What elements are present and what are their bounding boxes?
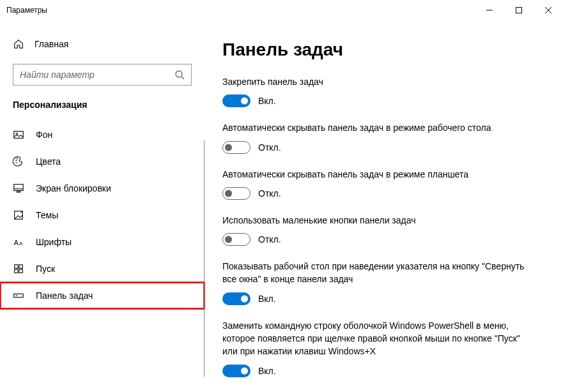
setting-powershell: Заменить командную строку оболочкой Wind…: [222, 319, 537, 377]
page-title: Панель задач: [222, 40, 537, 60]
palette-icon: [13, 156, 24, 167]
fonts-icon: AA: [13, 236, 24, 248]
toggle-state: Вкл.: [258, 96, 276, 106]
picture-icon: [13, 129, 24, 140]
home-link[interactable]: Главная: [0, 33, 204, 55]
window-controls: [475, 0, 563, 20]
main-panel: Панель задач Закрепить панель задач Вкл.…: [204, 20, 563, 392]
sidebar-item-taskbar[interactable]: Панель задач: [0, 282, 204, 309]
toggle-state: Откл.: [258, 234, 281, 245]
setting-label: Автоматически скрывать панель задач в ре…: [222, 121, 537, 134]
sidebar-item-label: Экран блокировки: [36, 183, 111, 193]
svg-line-5: [181, 77, 184, 79]
sidebar-item-label: Пуск: [36, 264, 55, 274]
search-box[interactable]: [13, 64, 192, 86]
sidebar-item-background[interactable]: Фон: [0, 121, 204, 148]
setting-label: Показывать рабочий стол при наведении ук…: [222, 260, 537, 286]
setting-lock-taskbar: Закрепить панель задач Вкл.: [222, 75, 537, 107]
toggle-autohide-tablet[interactable]: [222, 187, 251, 200]
toggle-lock-taskbar[interactable]: [222, 94, 251, 107]
sidebar-item-start[interactable]: Пуск: [0, 255, 204, 282]
svg-rect-1: [516, 8, 522, 13]
svg-rect-11: [14, 185, 23, 191]
themes-icon: [13, 209, 24, 221]
svg-point-8: [16, 160, 17, 161]
maximize-icon: [516, 7, 522, 13]
setting-label: Автоматически скрывать панель задач в ре…: [222, 168, 537, 181]
taskbar-icon: [13, 290, 24, 301]
close-button[interactable]: [534, 0, 563, 20]
toggle-autohide-desktop[interactable]: [222, 141, 251, 154]
toggle-powershell[interactable]: [222, 365, 251, 377]
svg-point-4: [176, 71, 182, 77]
lockscreen-icon: [13, 183, 24, 194]
sidebar-item-label: Шрифты: [36, 237, 72, 247]
sidebar-item-label: Фон: [36, 130, 52, 140]
svg-rect-20: [19, 269, 22, 273]
titlebar: Параметры: [0, 0, 563, 20]
sidebar-divider: [204, 140, 204, 377]
sidebar-item-label: Цвета: [36, 156, 61, 167]
section-title: Персонализация: [0, 100, 204, 121]
setting-label: Использовать маленькие кнопки панели зад…: [222, 214, 537, 227]
maximize-button[interactable]: [504, 0, 534, 20]
sidebar-item-fonts[interactable]: AA Шрифты: [0, 229, 204, 255]
svg-point-7: [16, 133, 18, 135]
sidebar-item-label: Панель задач: [36, 290, 93, 301]
setting-label: Закрепить панель задач: [222, 75, 537, 88]
svg-point-9: [17, 158, 18, 160]
minimize-button[interactable]: [475, 0, 504, 20]
home-icon: [13, 38, 24, 50]
svg-rect-13: [17, 192, 20, 193]
svg-text:A: A: [19, 241, 23, 246]
search-input[interactable]: [20, 70, 174, 80]
toggle-state: Вкл.: [258, 366, 276, 376]
toggle-small-buttons[interactable]: [222, 233, 251, 246]
minimize-icon: [486, 7, 493, 13]
svg-rect-18: [19, 265, 22, 268]
toggle-state: Вкл.: [258, 294, 276, 304]
sidebar-item-themes[interactable]: Темы: [0, 202, 204, 229]
toggle-peek-desktop[interactable]: [222, 292, 251, 305]
svg-rect-6: [14, 132, 23, 139]
home-label: Главная: [35, 39, 68, 49]
search-icon: [174, 70, 185, 80]
setting-peek-desktop: Показывать рабочий стол при наведении ук…: [222, 260, 537, 305]
svg-rect-17: [15, 265, 18, 268]
close-icon: [545, 7, 551, 13]
svg-rect-21: [14, 294, 23, 297]
toggle-state: Откл.: [258, 188, 281, 199]
sidebar-item-lockscreen[interactable]: Экран блокировки: [0, 175, 204, 202]
setting-autohide-desktop: Автоматически скрывать панель задач в ре…: [222, 121, 537, 153]
setting-label: Заменить командную строку оболочкой Wind…: [222, 319, 537, 358]
svg-rect-19: [15, 269, 18, 273]
svg-text:A: A: [14, 239, 19, 246]
toggle-state: Откл.: [258, 142, 281, 153]
setting-autohide-tablet: Автоматически скрывать панель задач в ре…: [222, 168, 537, 200]
sidebar-item-colors[interactable]: Цвета: [0, 148, 204, 175]
start-icon: [13, 263, 24, 275]
sidebar-item-label: Темы: [36, 210, 58, 220]
setting-small-buttons: Использовать маленькие кнопки панели зад…: [222, 214, 537, 246]
svg-point-10: [16, 162, 17, 163]
window-title: Параметры: [6, 6, 47, 15]
sidebar: Главная Персонализация Фон Цвета Экран б…: [0, 20, 204, 392]
